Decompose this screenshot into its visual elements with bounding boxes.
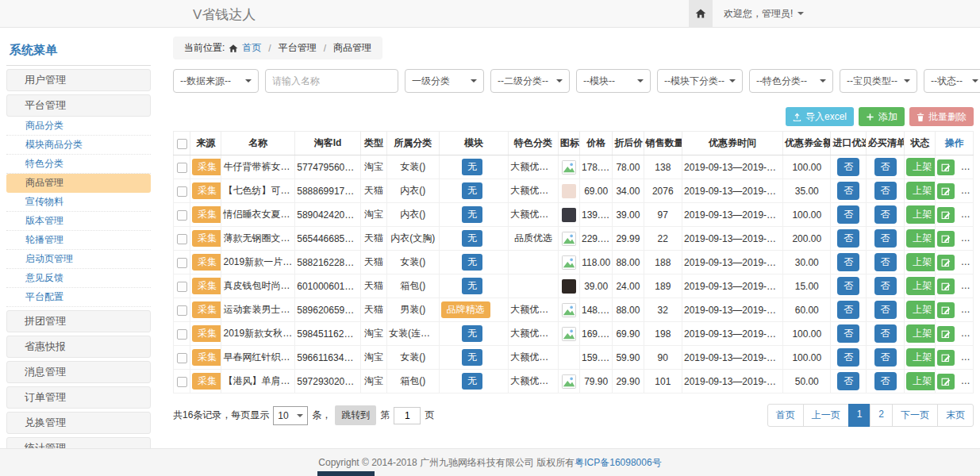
row-checkbox[interactable]: [177, 186, 187, 197]
status-button[interactable]: 上架: [906, 277, 936, 295]
sidebar-item-splash-page-management[interactable]: 启动页管理: [6, 250, 151, 269]
must-buy-toggle[interactable]: 否: [874, 229, 897, 248]
sidebar-item-order-management[interactable]: 订单管理: [6, 386, 151, 409]
delete-button[interactable]: [961, 374, 974, 390]
delete-button[interactable]: [961, 183, 974, 199]
sidebar-item-message-management[interactable]: 消息管理: [6, 361, 151, 383]
icp-link[interactable]: 粤ICP备16098006号: [575, 456, 661, 470]
imported-toggle[interactable]: 否: [837, 301, 859, 319]
sidebar-item-carousel-management[interactable]: 轮播管理: [6, 231, 151, 250]
delete-button[interactable]: [961, 159, 974, 175]
status-button[interactable]: 上架: [906, 348, 936, 367]
filter-select-feature-category[interactable]: --特色分类--: [749, 69, 833, 93]
status-button[interactable]: 上架: [906, 158, 936, 176]
row-checkbox[interactable]: [177, 329, 187, 340]
status-button[interactable]: 上架: [906, 301, 936, 319]
page-button-first[interactable]: 首页: [767, 404, 804, 427]
must-buy-toggle[interactable]: 否: [874, 301, 897, 319]
imported-toggle[interactable]: 否: [837, 182, 859, 200]
edit-button[interactable]: [937, 350, 955, 366]
page-button-next[interactable]: 下一页: [892, 404, 938, 427]
breadcrumb-home-link[interactable]: 首页: [242, 41, 261, 55]
row-checkbox[interactable]: [177, 234, 187, 244]
imported-toggle[interactable]: 否: [837, 253, 859, 271]
edit-button[interactable]: [937, 302, 955, 318]
sidebar-item-user-management[interactable]: 用户管理: [6, 69, 151, 91]
delete-button[interactable]: [961, 255, 974, 271]
sidebar-item-goods-management[interactable]: 商品管理: [6, 174, 151, 193]
status-button[interactable]: 上架: [906, 205, 936, 224]
row-checkbox[interactable]: [177, 163, 187, 173]
row-checkbox[interactable]: [177, 210, 187, 221]
status-button[interactable]: 上架: [906, 229, 936, 248]
must-buy-toggle[interactable]: 否: [874, 324, 897, 343]
filter-input-name-search[interactable]: [265, 69, 398, 93]
status-button[interactable]: 上架: [906, 253, 936, 271]
must-buy-toggle[interactable]: 否: [874, 348, 897, 367]
sidebar-item-platform-config[interactable]: 平台配置: [6, 288, 151, 307]
edit-button[interactable]: [937, 207, 955, 223]
delete-button[interactable]: [961, 231, 974, 247]
filter-select-module[interactable]: --模块--: [576, 69, 651, 93]
must-buy-toggle[interactable]: 否: [874, 372, 897, 390]
sidebar-item-exchange-management[interactable]: 兑换管理: [6, 412, 151, 434]
edit-button[interactable]: [937, 183, 955, 199]
delete-button[interactable]: [961, 350, 974, 366]
import-excel-button[interactable]: 导入excel: [786, 107, 854, 126]
filter-select-level2-category[interactable]: --二级分类--: [490, 69, 570, 93]
select-all-checkbox[interactable]: [177, 139, 187, 149]
sidebar-item-goods-category[interactable]: 商品分类: [6, 117, 151, 136]
status-button[interactable]: 上架: [906, 324, 936, 343]
delete-button[interactable]: [961, 207, 974, 223]
page-number-input[interactable]: [394, 407, 421, 424]
must-buy-toggle[interactable]: 否: [874, 158, 897, 176]
add-button[interactable]: 添加: [859, 107, 905, 126]
must-buy-toggle[interactable]: 否: [874, 205, 897, 224]
edit-button[interactable]: [937, 255, 955, 271]
sidebar-item-version-management[interactable]: 版本管理: [6, 212, 151, 231]
edit-button[interactable]: [937, 159, 955, 175]
home-button[interactable]: [689, 0, 713, 27]
sidebar-item-saving-express[interactable]: 省惠快报: [6, 336, 151, 358]
page-button-last[interactable]: 末页: [937, 404, 974, 427]
page-button-2[interactable]: 2: [870, 404, 893, 427]
edit-button[interactable]: [937, 374, 955, 390]
filter-select-data-source[interactable]: --数据来源--: [173, 69, 259, 93]
page-button-prev[interactable]: 上一页: [803, 404, 849, 427]
user-menu[interactable]: 欢迎您，管理员!: [724, 7, 804, 21]
delete-button[interactable]: [961, 302, 974, 318]
edit-button[interactable]: [937, 231, 955, 247]
edit-button[interactable]: [937, 278, 955, 294]
imported-toggle[interactable]: 否: [837, 205, 859, 224]
must-buy-toggle[interactable]: 否: [874, 277, 897, 295]
imported-toggle[interactable]: 否: [837, 158, 859, 176]
row-checkbox[interactable]: [177, 258, 187, 268]
sidebar-item-feedback[interactable]: 意见反馈: [6, 269, 151, 288]
filter-select-item-type[interactable]: --宝贝类型--: [840, 69, 917, 93]
row-checkbox[interactable]: [177, 282, 187, 292]
filter-select-level1-category[interactable]: 一级分类: [405, 69, 484, 93]
sidebar-item-module-goods-category[interactable]: 模块商品分类: [6, 136, 151, 155]
imported-toggle[interactable]: 否: [837, 324, 859, 343]
filter-select-module-sub-category[interactable]: --模块下分类--: [657, 69, 743, 93]
filter-select-status[interactable]: --状态--: [924, 69, 980, 93]
delete-button[interactable]: [961, 278, 974, 294]
row-checkbox[interactable]: [177, 305, 187, 316]
batch-delete-button[interactable]: 批量删除: [909, 107, 974, 126]
imported-toggle[interactable]: 否: [837, 277, 859, 295]
sidebar-item-group-buy-management[interactable]: 拼团管理: [6, 310, 151, 332]
row-checkbox[interactable]: [177, 377, 187, 387]
must-buy-toggle[interactable]: 否: [874, 253, 897, 271]
sidebar-item-statistics-management[interactable]: 统计管理: [6, 437, 151, 448]
edit-button[interactable]: [937, 326, 955, 342]
sidebar-item-promo-materials[interactable]: 宣传物料: [6, 193, 151, 212]
sidebar-item-platform-management[interactable]: 平台管理: [6, 94, 151, 117]
imported-toggle[interactable]: 否: [837, 229, 859, 248]
page-button-1[interactable]: 1: [848, 404, 871, 427]
sidebar-item-feature-category[interactable]: 特色分类: [6, 155, 151, 174]
per-page-select[interactable]: 10: [273, 406, 308, 425]
row-checkbox[interactable]: [177, 353, 187, 363]
imported-toggle[interactable]: 否: [837, 372, 859, 390]
status-button[interactable]: 上架: [906, 182, 936, 200]
status-button[interactable]: 上架: [906, 372, 936, 390]
